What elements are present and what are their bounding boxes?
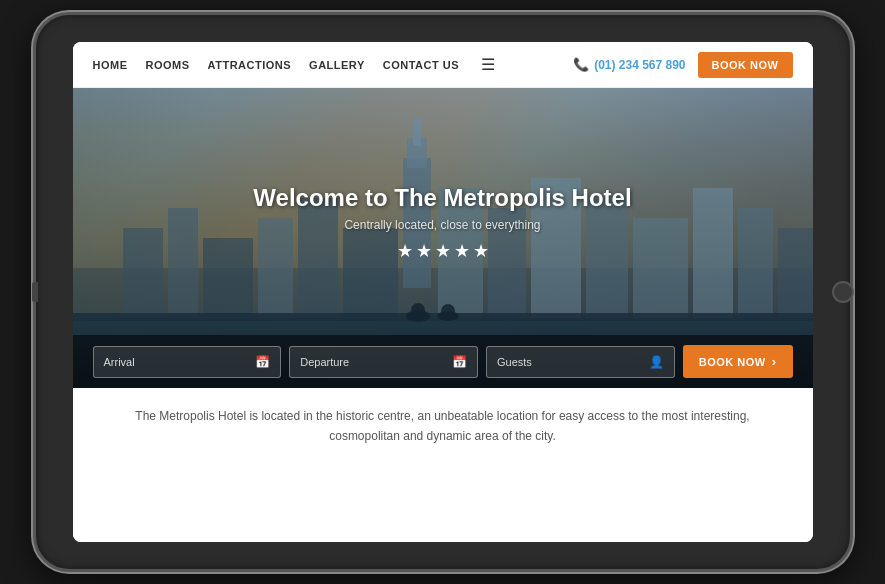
book-now-button-bar[interactable]: BOOK NOW › (683, 345, 793, 378)
star-5: ★ (473, 240, 489, 262)
nav-item-home[interactable]: HOME (93, 59, 128, 71)
departure-label: Departure (300, 356, 349, 368)
tablet-screen: HOME ROOMS ATTRACTIONS GALLERY CONTACT U… (73, 42, 813, 542)
hero-section: Welcome to The Metropolis Hotel Centrall… (73, 88, 813, 388)
star-1: ★ (397, 240, 413, 262)
person-icon: 👤 (649, 355, 664, 369)
nav-item-attractions[interactable]: ATTRACTIONS (208, 59, 292, 71)
arrival-label: Arrival (104, 356, 135, 368)
hero-stars: ★ ★ ★ ★ ★ (397, 240, 489, 262)
nav-links: HOME ROOMS ATTRACTIONS GALLERY CONTACT U… (93, 55, 496, 74)
departure-field[interactable]: Departure 📅 (289, 346, 478, 378)
star-4: ★ (454, 240, 470, 262)
guests-field[interactable]: Guests 👤 (486, 346, 675, 378)
description-text: The Metropolis Hotel is located in the h… (133, 406, 753, 447)
hamburger-icon[interactable]: ☰ (481, 55, 495, 74)
arrival-field[interactable]: Arrival 📅 (93, 346, 282, 378)
description-section: The Metropolis Hotel is located in the h… (73, 388, 813, 542)
guests-label: Guests (497, 356, 532, 368)
star-3: ★ (435, 240, 451, 262)
star-2: ★ (416, 240, 432, 262)
hero-subtitle: Centrally located, close to everything (344, 218, 540, 232)
book-now-bar-label: BOOK NOW (699, 356, 766, 368)
nav-item-rooms[interactable]: ROOMS (146, 59, 190, 71)
nav-phone: 📞 (01) 234 567 890 (573, 57, 685, 72)
navbar: HOME ROOMS ATTRACTIONS GALLERY CONTACT U… (73, 42, 813, 88)
booking-bar: Arrival 📅 Departure 📅 Guests 👤 BOOK NOW … (73, 335, 813, 388)
nav-actions: 📞 (01) 234 567 890 BOOK NOW (573, 52, 792, 78)
phone-icon: 📞 (573, 57, 589, 72)
nav-item-gallery[interactable]: GALLERY (309, 59, 365, 71)
arrow-icon: › (772, 354, 777, 369)
nav-item-contact[interactable]: CONTACT US (383, 59, 459, 71)
tablet-volume-button (32, 282, 38, 302)
calendar-icon-arrival: 📅 (255, 355, 270, 369)
book-now-button-nav[interactable]: BOOK NOW (698, 52, 793, 78)
phone-number: (01) 234 567 890 (594, 58, 685, 72)
tablet-home-button (832, 281, 854, 303)
hero-title: Welcome to The Metropolis Hotel (253, 184, 631, 212)
tablet-device: HOME ROOMS ATTRACTIONS GALLERY CONTACT U… (33, 12, 853, 572)
calendar-icon-departure: 📅 (452, 355, 467, 369)
